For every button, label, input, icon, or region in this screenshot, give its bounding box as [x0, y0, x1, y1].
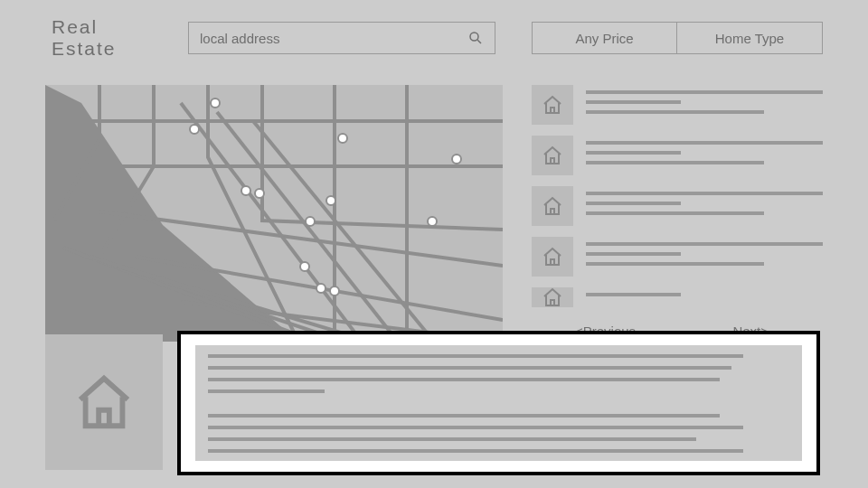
detail-line — [208, 366, 731, 370]
svg-line-1 — [477, 40, 481, 43]
listing-line — [586, 161, 764, 164]
app-title: Real Estate — [52, 16, 152, 60]
listing-line — [586, 192, 823, 195]
listing-line — [586, 242, 823, 246]
listing-line — [586, 262, 764, 266]
detail-panel[interactable] — [177, 331, 820, 475]
detail-line — [208, 449, 743, 453]
listing-thumb — [532, 136, 573, 175]
listing-line — [586, 151, 681, 155]
search-input[interactable] — [200, 31, 467, 46]
listing-line — [586, 110, 764, 114]
results-list: <Previous Next> — [532, 85, 823, 342]
list-item[interactable] — [532, 237, 823, 277]
price-filter-button[interactable]: Any Price — [532, 22, 677, 54]
svg-point-12 — [300, 262, 309, 271]
listing-line — [586, 141, 823, 145]
listing-thumb — [532, 186, 573, 226]
listing-thumb — [532, 287, 573, 307]
svg-point-0 — [470, 33, 478, 41]
detail-thumb — [45, 334, 163, 470]
list-item[interactable] — [532, 186, 823, 226]
listing-line — [586, 202, 681, 205]
svg-point-4 — [190, 125, 199, 134]
search-input-wrap[interactable] — [188, 22, 495, 54]
svg-point-9 — [326, 196, 335, 205]
detail-line — [208, 378, 720, 381]
detail-line — [208, 426, 743, 429]
detail-line — [208, 389, 325, 393]
svg-point-13 — [330, 286, 339, 296]
detail-line — [208, 414, 720, 418]
list-item[interactable] — [532, 287, 823, 307]
listing-line — [586, 252, 681, 256]
list-item[interactable] — [532, 85, 823, 125]
listing-line — [586, 90, 823, 94]
listing-line — [586, 211, 764, 215]
svg-point-8 — [255, 189, 264, 198]
svg-point-10 — [306, 217, 315, 226]
home-type-filter-button[interactable]: Home Type — [677, 22, 823, 54]
list-item[interactable] — [532, 136, 823, 175]
detail-line — [208, 354, 743, 358]
svg-point-6 — [452, 155, 461, 164]
listing-line — [586, 100, 681, 104]
svg-point-7 — [241, 186, 250, 195]
search-icon[interactable] — [467, 30, 484, 46]
listing-line — [586, 293, 681, 296]
listing-thumb — [532, 237, 573, 277]
svg-point-11 — [428, 217, 437, 226]
svg-point-5 — [338, 134, 347, 143]
listing-thumb — [532, 85, 573, 125]
svg-point-3 — [211, 99, 220, 108]
svg-point-14 — [316, 284, 326, 293]
map-view[interactable] — [45, 85, 503, 342]
detail-line — [208, 437, 696, 441]
